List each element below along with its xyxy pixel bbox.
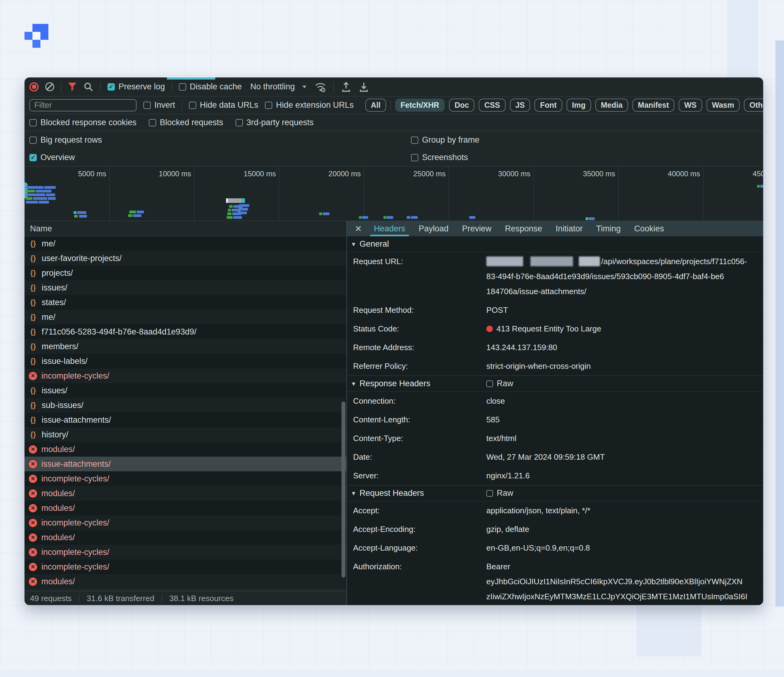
hide-extension-urls-checkbox[interactable]: ✓ Hide extension URLs xyxy=(265,100,354,110)
error-icon: ✕ xyxy=(29,504,37,512)
request-row[interactable]: ✕incomplete-cycles/ xyxy=(25,545,346,559)
request-name: incomplete-cycles/ xyxy=(41,474,109,484)
filter-chip-wasm[interactable]: Wasm xyxy=(706,99,740,112)
tab-initiator[interactable]: Initiator xyxy=(549,221,590,236)
waterfall-bar xyxy=(239,204,249,207)
logo-pixel xyxy=(33,32,40,40)
filter-funnel-icon[interactable] xyxy=(68,82,76,91)
filter-chip-media[interactable]: Media xyxy=(595,99,628,112)
tab-timing[interactable]: Timing xyxy=(590,221,627,236)
request-row[interactable]: {}sub-issues/ xyxy=(25,398,346,413)
close-icon[interactable]: ✕ xyxy=(349,221,367,236)
requests-count: 49 requests xyxy=(30,594,72,603)
invert-checkbox[interactable]: ✓ Invert xyxy=(143,100,175,110)
checkbox-check-icon: ✓ xyxy=(107,83,115,91)
search-icon[interactable] xyxy=(83,82,94,92)
request-row[interactable]: ✕incomplete-cycles/ xyxy=(25,516,346,530)
request-row[interactable]: {}issues/ xyxy=(25,280,346,295)
request-row[interactable]: {}me/ xyxy=(25,236,346,251)
record-button[interactable] xyxy=(30,82,39,92)
name-column-header[interactable]: Name xyxy=(25,221,346,236)
chevron-down-icon[interactable] xyxy=(302,85,306,88)
filter-input[interactable] xyxy=(30,99,137,112)
screenshots-checkbox[interactable]: ✓ Screenshots xyxy=(411,153,468,162)
tab-response[interactable]: Response xyxy=(498,221,549,236)
network-overview-timeline[interactable]: 5000 ms10000 ms15000 ms20000 ms25000 ms3… xyxy=(25,166,763,221)
request-row[interactable]: ✕incomplete-cycles/ xyxy=(25,559,346,574)
filter-chip-ws[interactable]: WS xyxy=(679,99,702,112)
disable-cache-checkbox[interactable]: ✓ Disable cache xyxy=(179,82,242,92)
hide-data-urls-checkbox[interactable]: ✓ Hide data URLs xyxy=(189,100,258,110)
request-row[interactable]: ✕issue-attachments/ xyxy=(25,457,346,471)
request-row[interactable]: ✕modules/ xyxy=(25,530,346,545)
blocked-requests-checkbox[interactable]: ✓ Blocked requests xyxy=(149,118,223,127)
section-header-response-headers[interactable]: ▾Response Headers✓Raw xyxy=(347,376,763,392)
value-text: gzip, deflate xyxy=(486,525,529,534)
value-text: close xyxy=(486,396,505,405)
xhr-icon: {} xyxy=(29,357,37,365)
tab-headers[interactable]: Headers xyxy=(367,221,412,236)
request-name: incomplete-cycles/ xyxy=(41,562,109,572)
toolbar-separator xyxy=(333,82,334,92)
overview-checkbox[interactable]: ✓ Overview xyxy=(30,153,75,162)
request-row[interactable]: {}user-favorite-projects/ xyxy=(25,251,346,266)
request-name: modules/ xyxy=(41,533,75,542)
tab-preview[interactable]: Preview xyxy=(456,221,498,236)
chevron-expanded-icon: ▾ xyxy=(352,489,355,497)
header-row: Request Method:POST xyxy=(347,301,763,320)
request-row[interactable]: {}members/ xyxy=(25,339,346,354)
logo-pixel xyxy=(25,32,33,40)
error-icon: ✕ xyxy=(29,519,37,527)
blocked-options-row: ✓ Blocked response cookies ✓ Blocked req… xyxy=(25,114,763,131)
filter-chip-css[interactable]: CSS xyxy=(479,99,505,112)
request-row[interactable]: {}issues/ xyxy=(25,383,346,398)
filter-chip-img[interactable]: Img xyxy=(566,99,591,112)
tab-payload[interactable]: Payload xyxy=(412,221,456,236)
request-row[interactable]: {}states/ xyxy=(25,295,346,310)
value-text: 184706a/issue-attachments/ xyxy=(486,287,586,296)
request-row[interactable]: {}history/ xyxy=(25,427,346,442)
filter-chip-fetch-xhr[interactable]: Fetch/XHR xyxy=(395,99,445,112)
filter-chip-manifest[interactable]: Manifest xyxy=(632,99,674,112)
request-row[interactable]: ✕incomplete-cycles/ xyxy=(25,471,346,486)
third-party-requests-checkbox[interactable]: ✓ 3rd-party requests xyxy=(235,118,314,127)
big-request-rows-checkbox[interactable]: ✓ Big request rows xyxy=(30,135,102,145)
clear-icon[interactable] xyxy=(45,82,54,91)
blocked-response-cookies-checkbox[interactable]: ✓ Blocked response cookies xyxy=(30,118,137,127)
request-name: modules/ xyxy=(41,503,75,513)
request-row[interactable]: ✕modules/ xyxy=(25,501,346,516)
timeline-tick-label: 45000 ms xyxy=(739,169,763,178)
raw-toggle-checkbox[interactable]: ✓Raw xyxy=(486,379,513,388)
section-header-general[interactable]: ▾General xyxy=(347,236,763,252)
timeline-tick-label: 20000 ms xyxy=(315,169,361,178)
request-row[interactable]: {}issue-attachments/ xyxy=(25,413,346,427)
export-har-icon[interactable] xyxy=(358,81,369,93)
tab-cookies[interactable]: Cookies xyxy=(627,221,671,236)
request-row[interactable]: ✕modules/ xyxy=(25,442,346,457)
request-row[interactable]: ✕incomplete-cycles/ xyxy=(25,368,346,383)
list-scrollbar[interactable] xyxy=(341,402,345,578)
request-row[interactable]: ✕modules/ xyxy=(25,486,346,501)
request-row[interactable]: ✕modules/ xyxy=(25,574,346,589)
filter-chip-other[interactable]: Other xyxy=(744,99,763,112)
waterfall-bar xyxy=(383,216,386,219)
request-name: me/ xyxy=(42,239,55,248)
filter-chip-font[interactable]: Font xyxy=(534,99,562,112)
import-har-icon[interactable] xyxy=(341,81,352,93)
throttling-select[interactable]: No throttling xyxy=(250,82,295,92)
filter-chip-all[interactable]: All xyxy=(366,99,386,112)
value-text: Bearer xyxy=(486,562,510,571)
request-row[interactable]: {}projects/ xyxy=(25,266,346,280)
preserve-log-checkbox[interactable]: ✓ Preserve log xyxy=(107,82,165,92)
filter-chip-js[interactable]: JS xyxy=(510,99,530,112)
group-by-frame-checkbox[interactable]: ✓ Group by frame xyxy=(411,135,479,145)
request-row[interactable]: {}issue-labels/ xyxy=(25,354,346,368)
section-header-request-headers[interactable]: ▾Request Headers✓Raw xyxy=(347,485,763,502)
request-name: modules/ xyxy=(41,445,75,454)
raw-toggle-checkbox[interactable]: ✓Raw xyxy=(486,489,513,498)
waterfall-bar xyxy=(33,197,47,200)
network-conditions-icon[interactable] xyxy=(314,81,327,93)
filter-chip-doc[interactable]: Doc xyxy=(449,99,474,112)
request-row[interactable]: {}f711c056-5283-494f-b76e-8aad4d1e93d9/ xyxy=(25,325,346,339)
request-row[interactable]: {}me/ xyxy=(25,310,346,325)
